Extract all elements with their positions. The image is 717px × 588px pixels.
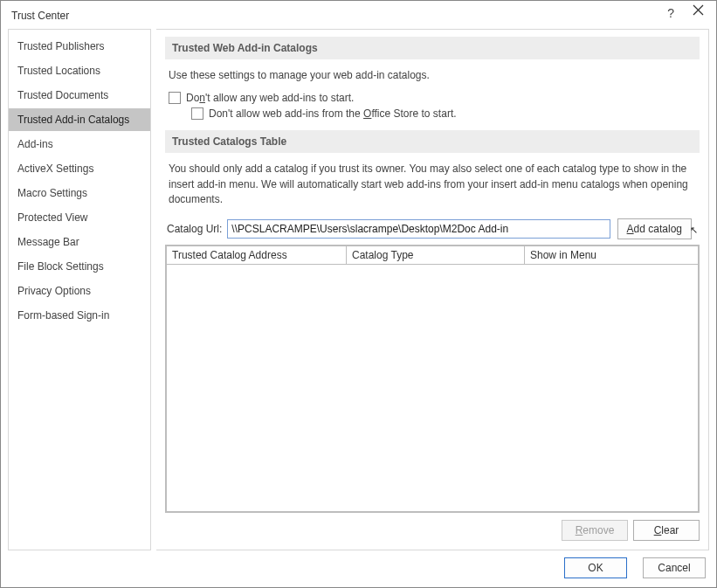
col-header-show-in-menu[interactable]: Show in Menu [525, 246, 698, 264]
close-icon [693, 4, 704, 16]
sidebar-item-privacy-options[interactable]: Privacy Options [9, 280, 150, 302]
catalog-url-row: Catalog Url: Add catalog ↖ [167, 218, 700, 239]
checkbox-label: Don't allow web add-ins from the Office … [209, 107, 457, 120]
table-body-empty [167, 265, 698, 511]
remove-button: Remove [562, 520, 628, 541]
checkbox-icon [191, 107, 203, 120]
catalog-url-label: Catalog Url: [167, 223, 222, 235]
clear-button[interactable]: Clear [633, 520, 700, 541]
sidebar-item-protected-view[interactable]: Protected View [9, 206, 150, 229]
titlebar: Trust Center ? [1, 1, 716, 27]
ok-button[interactable]: OK [564, 557, 627, 578]
sidebar-item-macro-settings[interactable]: Macro Settings [9, 182, 150, 204]
help-button[interactable]: ? [667, 6, 674, 20]
add-catalog-button[interactable]: Add catalog [617, 218, 692, 239]
sidebar-item-message-bar[interactable]: Message Bar [9, 231, 150, 253]
cancel-button[interactable]: Cancel [643, 557, 706, 578]
checkbox-dont-allow-office-store[interactable]: Don't allow web add-ins from the Office … [191, 107, 700, 120]
sidebar-item-trusted-publishers[interactable]: Trusted Publishers [9, 35, 150, 58]
table-action-buttons: Remove Clear [165, 520, 700, 541]
section1-desc: Use these settings to manage your web ad… [169, 68, 700, 83]
sidebar-item-file-block-settings[interactable]: File Block Settings [9, 255, 150, 278]
sidebar-item-add-ins[interactable]: Add-ins [9, 133, 150, 156]
close-button[interactable] [693, 4, 704, 18]
checkbox-label: Don't allow any web add-ins to start. [186, 92, 354, 104]
checkbox-icon [169, 92, 181, 104]
window-title: Trust Center [10, 6, 69, 22]
sidebar-item-trusted-locations[interactable]: Trusted Locations [9, 59, 150, 82]
dialog-body: Trusted Publishers Trusted Locations Tru… [8, 29, 709, 550]
table-header-row: Trusted Catalog Address Catalog Type Sho… [167, 246, 698, 265]
main-panel: Trusted Web Add-in Catalogs Use these se… [156, 29, 709, 550]
trusted-catalogs-table: Trusted Catalog Address Catalog Type Sho… [165, 245, 700, 513]
section-header-web-addin: Trusted Web Add-in Catalogs [165, 37, 700, 59]
sidebar-item-trusted-addin-catalogs[interactable]: Trusted Add-in Catalogs [9, 108, 150, 131]
sidebar-item-trusted-documents[interactable]: Trusted Documents [9, 84, 150, 107]
checkbox-dont-allow-any[interactable]: Don't allow any web add-ins to start. [169, 92, 700, 104]
sidebar-item-form-based-sign-in[interactable]: Form-based Sign-in [9, 304, 150, 327]
col-header-address[interactable]: Trusted Catalog Address [167, 246, 347, 264]
col-header-type[interactable]: Catalog Type [347, 246, 525, 264]
section-header-catalogs-table: Trusted Catalogs Table [165, 130, 700, 153]
sidebar-item-activex-settings[interactable]: ActiveX Settings [9, 157, 150, 180]
dialog-buttons: OK Cancel [557, 557, 706, 578]
catalog-url-input[interactable] [227, 219, 610, 239]
sidebar: Trusted Publishers Trusted Locations Tru… [8, 29, 151, 550]
section2-desc: You should only add a catalog if you tru… [169, 162, 700, 207]
